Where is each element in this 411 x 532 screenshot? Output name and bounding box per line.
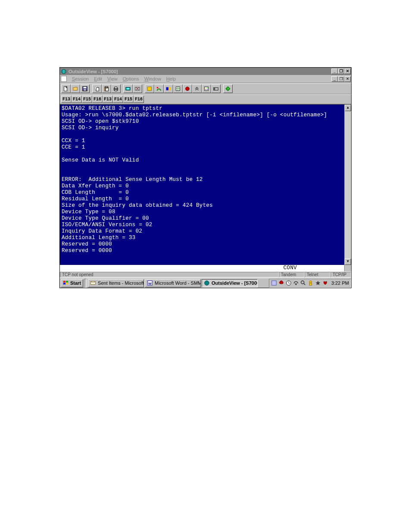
- start-button[interactable]: Start: [61, 279, 83, 287]
- fkey-f15[interactable]: F15: [82, 96, 92, 103]
- svg-text:?: ?: [227, 87, 229, 90]
- disconnect-button[interactable]: [133, 84, 142, 93]
- taskbar-item-word[interactable]: W Microsoft Word - SMMD: [145, 279, 201, 287]
- menubar: Session Edit View Options Window Help _ …: [60, 75, 351, 83]
- fkey-f14b[interactable]: F14: [113, 96, 123, 103]
- tool-button-4[interactable]: [173, 84, 183, 93]
- scroll-up-button[interactable]: ▲: [345, 105, 351, 111]
- status-telnet: Telnet: [305, 272, 330, 277]
- mdi-minimize-button[interactable]: _: [331, 76, 338, 82]
- main-toolbar: ?: [60, 83, 351, 94]
- titlebar-outer[interactable]: OutsideView - [S7000] _ ❐ ✕: [60, 68, 351, 75]
- menu-session[interactable]: Session: [69, 76, 91, 82]
- svg-rect-36: [295, 283, 297, 285]
- fkey-f13[interactable]: F13: [61, 96, 72, 103]
- save-button[interactable]: [80, 84, 90, 93]
- menu-view[interactable]: View: [105, 76, 120, 82]
- tray-icon-2[interactable]: [278, 280, 284, 286]
- taskbar-separator: [84, 279, 87, 288]
- svg-rect-34: [272, 281, 277, 286]
- svg-rect-39: [309, 283, 311, 285]
- app-window: OutsideView - [S7000] _ ❐ ✕ Session Edit…: [59, 67, 352, 288]
- help-button[interactable]: ?: [223, 84, 233, 93]
- svg-point-33: [205, 281, 209, 286]
- taskbar-item-outsideview[interactable]: OutsideView - [S7000]: [202, 279, 258, 287]
- new-button[interactable]: [61, 84, 71, 93]
- window-title: OutsideView - [S7000]: [68, 69, 331, 74]
- maximize-button[interactable]: ❐: [338, 68, 344, 74]
- svg-rect-28: [214, 88, 215, 90]
- status-tandem: Tandem: [279, 272, 305, 277]
- scroll-down-button[interactable]: ▼: [345, 258, 351, 265]
- svg-rect-4: [84, 89, 86, 91]
- svg-rect-6: [96, 87, 99, 91]
- connect-button[interactable]: [123, 84, 133, 93]
- svg-rect-22: [205, 87, 209, 91]
- minimize-button[interactable]: _: [331, 68, 338, 74]
- task-label: Microsoft Word - SMMD: [155, 280, 201, 286]
- svg-rect-9: [106, 88, 108, 91]
- task-label: OutsideView - [S7000]: [212, 280, 258, 286]
- copy-button[interactable]: [92, 84, 102, 93]
- mailbox-icon: [90, 280, 96, 286]
- scroll-track[interactable]: [345, 111, 351, 258]
- taskbar-clock[interactable]: 3:22 PM: [330, 280, 349, 286]
- svg-rect-14: [127, 88, 130, 90]
- tray-icon-8[interactable]: [322, 280, 328, 286]
- windows-flag-icon: [63, 280, 69, 286]
- system-tray: 3:22 PM: [269, 279, 351, 288]
- tray-icon-7[interactable]: [315, 280, 321, 286]
- paste-button[interactable]: [102, 84, 111, 93]
- status-main: TCP not opened: [60, 272, 279, 277]
- svg-rect-12: [115, 90, 117, 91]
- globe-icon: [204, 280, 210, 286]
- menu-help[interactable]: Help: [164, 76, 179, 82]
- globe-icon: [61, 68, 67, 75]
- statusbar: TCP not opened Tandem Telnet TCP/IP: [60, 271, 351, 278]
- tool-button-8[interactable]: [211, 84, 221, 93]
- svg-rect-19: [168, 87, 171, 90]
- tool-button-5[interactable]: [183, 84, 192, 93]
- word-icon: W: [147, 280, 153, 286]
- menu-options[interactable]: Options: [120, 76, 142, 82]
- vertical-scrollbar[interactable]: ▲ ▼: [344, 105, 351, 265]
- tool-button-1[interactable]: [145, 84, 154, 93]
- svg-rect-11: [115, 87, 117, 89]
- tray-icon-6[interactable]: [308, 280, 314, 286]
- tool-button-7[interactable]: [202, 84, 211, 93]
- tray-icon-3[interactable]: [286, 280, 292, 286]
- fkey-f16[interactable]: F16: [92, 96, 103, 103]
- fkey-f15b[interactable]: F15: [123, 96, 134, 103]
- svg-point-37: [301, 281, 304, 284]
- svg-rect-16: [148, 87, 152, 91]
- svg-rect-18: [166, 87, 168, 90]
- svg-point-21: [186, 87, 190, 91]
- tray-icon-4[interactable]: [293, 280, 299, 286]
- svg-rect-23: [205, 87, 206, 88]
- svg-point-17: [157, 87, 159, 89]
- fkey-f13b[interactable]: F13: [103, 96, 113, 103]
- fkey-f16b[interactable]: F16: [134, 96, 144, 103]
- terminal-output[interactable]: $DATA02 RELEASEB 3> run tptstr Usage: >r…: [60, 105, 344, 265]
- svg-rect-8: [105, 87, 107, 88]
- svg-rect-25: [205, 89, 206, 90]
- tray-icon-1[interactable]: [271, 280, 277, 286]
- tray-icon-5[interactable]: [300, 280, 306, 286]
- document-icon[interactable]: [61, 76, 67, 82]
- tool-button-3[interactable]: [164, 84, 173, 93]
- menu-edit[interactable]: Edit: [91, 76, 105, 82]
- fkey-f14[interactable]: F14: [72, 96, 82, 103]
- mdi-maximize-button[interactable]: ❐: [338, 76, 344, 82]
- svg-text:W: W: [148, 282, 152, 286]
- taskbar: Start Sent Items - Microsoft Outl... W M…: [60, 278, 351, 288]
- mdi-close-button[interactable]: ✕: [344, 76, 351, 82]
- menu-window[interactable]: Window: [142, 76, 164, 82]
- taskbar-item-outlook[interactable]: Sent Items - Microsoft Outl...: [88, 279, 144, 287]
- open-button[interactable]: [71, 84, 80, 93]
- tool-button-6[interactable]: [192, 84, 202, 93]
- print-button[interactable]: [111, 84, 121, 93]
- start-label: Start: [70, 280, 81, 286]
- close-button[interactable]: ✕: [344, 68, 351, 74]
- terminal-area: $DATA02 RELEASEB 3> run tptstr Usage: >r…: [60, 104, 351, 265]
- tool-button-2[interactable]: [154, 84, 164, 93]
